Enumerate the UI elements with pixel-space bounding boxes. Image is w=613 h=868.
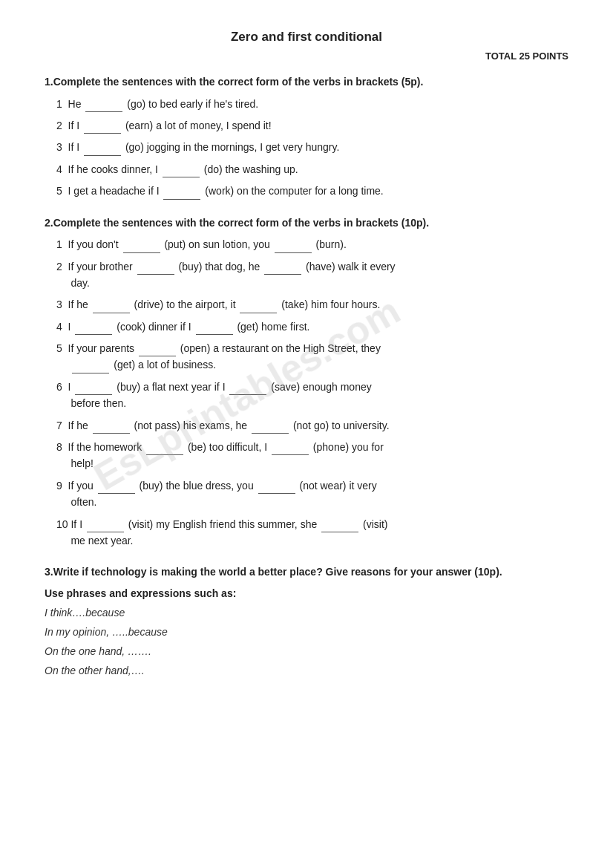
blank	[146, 445, 183, 455]
phrase-item: In my opinion, …..because	[45, 626, 568, 638]
blank	[240, 303, 277, 313]
blank	[321, 522, 358, 532]
phrase-item: I think….because	[45, 607, 568, 619]
phrase-item: On the other hand,….	[45, 665, 568, 676]
section1: 1.Complete the sentences with the correc…	[45, 75, 568, 200]
blank	[72, 363, 109, 373]
phrase-item: On the one hand, …….	[45, 645, 568, 657]
blank	[85, 102, 122, 112]
section3: 3.Write if technology is making the worl…	[45, 565, 568, 676]
blank	[272, 445, 309, 455]
blank	[84, 146, 121, 156]
blank	[258, 483, 295, 494]
list-item: 1 He (go) to bed early if he's tired.	[56, 96, 568, 112]
blank	[137, 264, 174, 275]
list-item: 9 If you (buy) the blue dress, you (not …	[56, 477, 568, 511]
list-item: 2 If I (earn) a lot of money, I spend it…	[56, 117, 568, 134]
list-item: 7 If he (not pass) his exams, he (not go…	[56, 417, 568, 434]
list-item: 4 I (cook) dinner if I (get) home first.	[56, 319, 568, 335]
section2-list: 1 If you don't (put) on sun lotion, you …	[45, 236, 568, 549]
blank	[75, 324, 112, 335]
list-item: 6 I (buy) a flat next year if I (save) e…	[56, 379, 568, 412]
section2-header: 2.Complete the sentences with the correc…	[45, 216, 568, 231]
blank	[139, 346, 176, 356]
total-points: TOTAL 25 POINTS	[45, 50, 568, 62]
blank	[93, 303, 130, 313]
list-item: 2 If your brother (buy) that dog, he (ha…	[56, 258, 568, 292]
list-item: 5 If your parents (open) a restaurant on…	[56, 340, 568, 373]
section2: 2.Complete the sentences with the correc…	[45, 216, 568, 549]
list-item: 1 If you don't (put) on sun lotion, you …	[56, 236, 568, 252]
blank	[163, 189, 200, 200]
blank	[123, 243, 160, 253]
blank	[84, 123, 121, 134]
list-item: 3 If I (go) jogging in the mornings, I g…	[56, 139, 568, 155]
section1-header: 1.Complete the sentences with the correc…	[45, 75, 568, 90]
blank	[229, 385, 266, 395]
blank	[93, 423, 130, 434]
blank	[264, 264, 301, 275]
page-title: Zero and first conditional	[45, 30, 568, 45]
blank	[98, 483, 135, 494]
list-item: 10 If I (visit) my English friend this s…	[56, 516, 568, 549]
list-item: 4 If he cooks dinner, I (do) the washing…	[56, 161, 568, 177]
blank	[275, 243, 312, 253]
list-item: 8 If the homework (be) too difficult, I …	[56, 439, 568, 472]
section1-list: 1 He (go) to bed early if he's tired. 2 …	[45, 96, 568, 200]
blank	[196, 324, 233, 335]
blank	[75, 385, 112, 395]
blank	[252, 423, 289, 434]
blank	[163, 167, 200, 177]
blank	[87, 522, 124, 532]
section3-body: Use phrases and expressions such as: I t…	[45, 587, 568, 676]
list-item: 3 If he (drive) to the airport, it (take…	[56, 296, 568, 313]
list-item: 5 I get a headache if I (work) on the co…	[56, 183, 568, 199]
section3-header: 3.Write if technology is making the worl…	[45, 565, 568, 580]
phrases-header: Use phrases and expressions such as:	[45, 587, 568, 599]
